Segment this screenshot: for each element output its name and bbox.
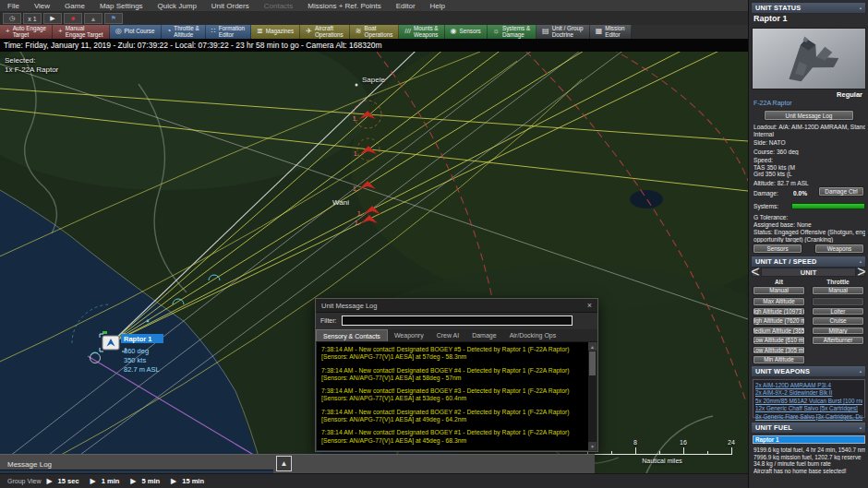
message-log-label: Message Log	[7, 460, 52, 469]
weapon-link[interactable]: 12x Generic Chaff Salvo [5x Cartridges]	[755, 405, 862, 412]
unit-alt-speed-header: UNIT ALT / SPEED ▪	[751, 256, 866, 268]
scroll-down-icon[interactable]: ▼	[588, 442, 597, 450]
sensors-button[interactable]: ◉ Sensors	[445, 25, 488, 39]
menu-unit-orders[interactable]: Unit Orders	[204, 2, 257, 10]
scroll-up-icon[interactable]: ▲	[588, 342, 597, 351]
tab-sensory-contacts[interactable]: Sensory & Contacts	[316, 329, 388, 341]
scroll-thumb[interactable]	[589, 351, 596, 375]
min-altitude-button[interactable]: Min Altitude	[753, 355, 805, 364]
dialog-scrollbar[interactable]: ▲ ▼	[588, 342, 597, 450]
throttle-disabled-button	[812, 297, 864, 306]
menu-quick-jump[interactable]: Quick Jump	[151, 2, 204, 10]
menu-file[interactable]: File	[0, 2, 27, 10]
weapon-link[interactable]: 5x 20mm/85 M61A2 Vulcan Burst [100 rnds]	[755, 398, 862, 405]
menu-help[interactable]: Help	[423, 2, 452, 10]
flag-icon: ⚑	[111, 15, 116, 22]
throttle-altitude-button[interactable]: ◔ Throttle &Altitude	[162, 25, 206, 39]
filter-label: Filter:	[320, 317, 337, 324]
log-message: 7:38:14 AM - New contact! Designated BOG…	[321, 429, 584, 445]
unit-message-log-button[interactable]: Unit Message Log	[764, 110, 854, 121]
throttle-loiter-button[interactable]: Loiter	[812, 307, 864, 316]
filter-input[interactable]	[342, 315, 573, 326]
plot-course-button[interactable]: ◎ Plot Course	[110, 25, 162, 39]
unit-group-doctrine-button[interactable]: ▤ Unit / GroupDoctrine	[536, 25, 590, 39]
speed-label: Speed:	[753, 157, 865, 164]
play-icon: ▶	[50, 15, 54, 22]
mission-editor-button[interactable]: ▦ MissionEditor	[590, 25, 632, 39]
weapon-link[interactable]: 2x AIM-9X-2 Sidewinder Blk II	[755, 389, 862, 397]
play-icon[interactable]: ▶	[171, 478, 176, 485]
fuel-unit-row[interactable]: Raptor 1	[753, 435, 865, 444]
pin-icon[interactable]: ▪	[860, 369, 862, 375]
label: Damage	[502, 32, 530, 39]
throttle-manual-button[interactable]: Manual	[812, 286, 864, 295]
scope-next-button[interactable]: >	[858, 268, 865, 277]
play-icon[interactable]: ▶	[90, 478, 96, 485]
unit-status-header: UNIT STATUS ▪	[751, 2, 866, 14]
expand-log-button[interactable]: ▲	[276, 456, 292, 471]
high-altitude-10973-button[interactable]: High Altitude (10973 m	[753, 307, 805, 316]
label: Operations	[364, 32, 392, 39]
menu-view[interactable]: View	[27, 2, 57, 10]
menu-game[interactable]: Game	[57, 2, 92, 10]
auto-engage-target-button[interactable]: + Auto EngageTarget	[0, 25, 53, 39]
boat-operations-button[interactable]: ≋ BoatOperations	[350, 25, 400, 39]
pin-icon[interactable]: ▪	[860, 6, 862, 11]
damage-ctrl-button[interactable]: Damage Ctrl	[818, 186, 864, 196]
tab-damage[interactable]: Damage	[465, 329, 502, 341]
medium-altitude-button[interactable]: Medium Altitude (3658	[753, 327, 805, 336]
label: Editor	[219, 32, 245, 39]
play-button[interactable]: ▶	[43, 13, 62, 24]
filter-row: Filter:	[316, 313, 597, 328]
tab-crew-ai[interactable]: Crew AI	[430, 329, 466, 341]
group-view-label[interactable]: Group View	[7, 478, 41, 484]
aircraft-operations-button[interactable]: ✈ AircraftOperations	[300, 25, 350, 39]
label: Weapons	[414, 32, 439, 39]
time-multiplier-button[interactable]: x 1	[23, 13, 42, 24]
play-icon[interactable]: ▶	[46, 478, 52, 485]
weapons-panel-button[interactable]: Weapons	[814, 244, 864, 254]
manual-engage-target-button[interactable]: + ManualEngage Target	[53, 25, 110, 39]
scope-prev-button[interactable]: <	[752, 268, 759, 277]
magazine-icon: ≣	[257, 29, 263, 35]
alt-manual-button[interactable]: Manual	[753, 286, 805, 295]
weapon-link[interactable]: 2x AIM-120D AMRAAM P3I.4	[755, 382, 862, 389]
unit-class-link[interactable]: F-22A Raptor	[753, 100, 865, 107]
step-15min[interactable]: 15 min	[182, 477, 204, 485]
throttle-afterburner-button[interactable]: Afterburner	[812, 336, 864, 345]
crosshair-icon: +	[6, 29, 10, 35]
menu-map-settings[interactable]: Map Settings	[92, 2, 151, 10]
step-5min[interactable]: 5 min	[141, 477, 160, 485]
unit-photo	[752, 28, 866, 89]
max-altitude-button[interactable]: Max Altitude	[753, 297, 805, 306]
low-altitude-305-button[interactable]: Low Altitude (305 m)	[753, 346, 805, 355]
scale-tick-label: 24	[728, 439, 735, 446]
high-altitude-7620-button[interactable]: High Altitude (7620 m)	[753, 316, 805, 326]
menu-editor[interactable]: Editor	[389, 2, 423, 10]
tab-weaponry[interactable]: Weaponry	[388, 329, 430, 341]
terrain-view-button[interactable]: ▲	[84, 13, 102, 24]
game-clock-button[interactable]: ◷	[3, 13, 21, 24]
systems-damage-button[interactable]: ☼ Systems &Damage	[488, 25, 536, 39]
close-icon[interactable]: ×	[587, 301, 592, 310]
low-altitude-610-button[interactable]: Low Altitude (610 m)	[753, 336, 805, 345]
tab-air-docking-ops[interactable]: Air/Docking Ops	[503, 329, 563, 341]
mounts-weapons-button[interactable]: /// Mounts &Weapons	[399, 25, 444, 39]
weapon-link[interactable]: 8x Generic Flare Salvo [3x Cartridges, D…	[755, 413, 862, 421]
selected-unit-label: 1x F-22A Raptor	[5, 65, 58, 75]
throttle-cruise-button[interactable]: Cruise	[812, 316, 864, 326]
step-1min[interactable]: 1 min	[102, 477, 120, 485]
play-icon[interactable]: ▶	[130, 478, 136, 485]
section-title: UNIT ALT / SPEED	[755, 257, 816, 266]
step-15sec[interactable]: 15 sec	[58, 477, 79, 485]
dialog-titlebar[interactable]: Unit Message Log ×	[316, 299, 597, 313]
flag-button[interactable]: ⚑	[104, 13, 123, 24]
formation-editor-button[interactable]: ∷ FormationEditor	[206, 25, 251, 39]
record-button[interactable]: ●	[64, 13, 82, 24]
throttle-military-button[interactable]: Military	[812, 327, 864, 336]
menu-missions-ref-points[interactable]: Missions + Ref. Points	[300, 2, 388, 10]
g-tolerance-line: G Tolerance:	[753, 214, 865, 221]
pin-icon[interactable]: ▪	[860, 425, 862, 431]
magazines-button[interactable]: ≣ Magazines	[251, 25, 300, 39]
sensors-panel-button[interactable]: Sensors	[753, 244, 802, 254]
